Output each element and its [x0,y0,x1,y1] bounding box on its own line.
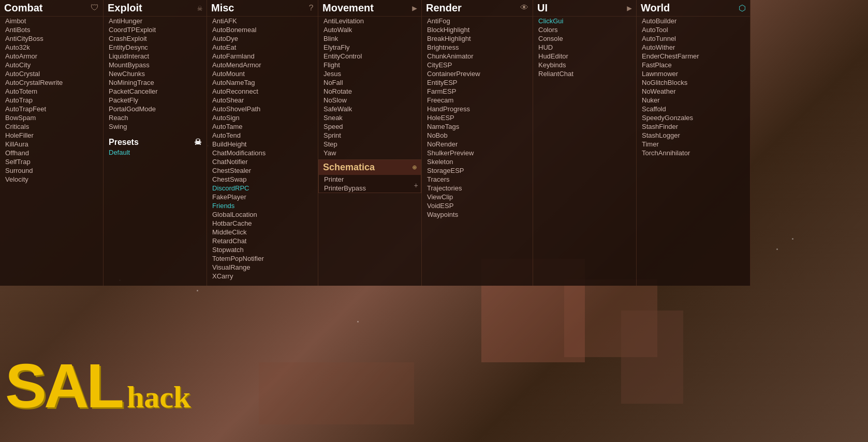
combat-item-selftrap[interactable]: SelfTrap [0,157,103,166]
misc-item-autodye[interactable]: AutoDye [207,34,318,43]
combat-item-criticals[interactable]: Criticals [0,122,103,131]
movement-item-sneak[interactable]: Sneak [318,113,421,122]
exploit-item-reach[interactable]: Reach [104,113,207,122]
render-item-antifog[interactable]: AntiFog [422,17,533,25]
combat-item-surround[interactable]: Surround [0,166,103,175]
render-item-nametags[interactable]: NameTags [422,122,533,131]
exploit-item-packetcanceller[interactable]: PacketCanceller [104,87,207,96]
misc-item-visualrange[interactable]: VisualRange [207,263,318,272]
misc-item-autonametag[interactable]: AutoNameTag [207,78,318,87]
exploit-item-mountbypass[interactable]: MountBypass [104,61,207,69]
render-item-norender[interactable]: NoRender [422,140,533,149]
misc-item-retardchat[interactable]: RetardChat [207,237,318,245]
ui-item-console[interactable]: Console [533,34,636,43]
ui-item-colors[interactable]: Colors [533,25,636,34]
render-item-holeesp[interactable]: HoleESP [422,113,533,122]
misc-item-buildheight[interactable]: BuildHeight [207,140,318,149]
render-item-blockhighlight[interactable]: BlockHighlight [422,25,533,34]
world-item-stashfinder[interactable]: StashFinder [637,122,750,131]
render-item-trajectories[interactable]: Trajectories [422,184,533,193]
misc-item-autosign[interactable]: AutoSign [207,113,318,122]
render-item-tracers[interactable]: Tracers [422,175,533,184]
misc-item-autoreconnect[interactable]: AutoReconnect [207,87,318,96]
exploit-item-newchunks[interactable]: NewChunks [104,69,207,78]
combat-item-velocity[interactable]: Velocity [0,175,103,184]
movement-item-entitycontrol[interactable]: EntityControl [318,52,421,61]
combat-item-autocrystal[interactable]: AutoCrystal [0,69,103,78]
misc-item-autoshovelpath[interactable]: AutoShovelPath [207,105,318,113]
misc-item-fakeplayer[interactable]: FakePlayer [207,193,318,201]
world-item-nuker[interactable]: Nuker [637,96,750,105]
combat-item-killaura[interactable]: KillAura [0,140,103,149]
render-item-skeleton[interactable]: Skeleton [422,157,533,166]
misc-item-autobonemeal[interactable]: AutoBonemeal [207,25,318,34]
misc-item-autotame[interactable]: AutoTame [207,122,318,131]
ui-item-keybinds[interactable]: Keybinds [533,61,636,69]
combat-item-anticityboss[interactable]: AntiCityBoss [0,34,103,43]
world-item-scaffold[interactable]: Scaffold [637,105,750,113]
misc-item-automendarmor[interactable]: AutoMendArmor [207,61,318,69]
world-item-autotool[interactable]: AutoTool [637,25,750,34]
render-item-containerpreview[interactable]: ContainerPreview [422,69,533,78]
movement-item-flight[interactable]: Flight [318,61,421,69]
presets-item-default[interactable]: Default [104,148,207,157]
movement-item-jesus[interactable]: Jesus [318,69,421,78]
world-item-autobuilder[interactable]: AutoBuilder [637,17,750,25]
ui-item-reliantchat[interactable]: ReliantChat [533,69,636,78]
movement-item-yaw[interactable]: Yaw [318,149,421,157]
exploit-item-portalgodmode[interactable]: PortalGodMode [104,105,207,113]
combat-item-holefiller[interactable]: HoleFiller [0,131,103,140]
render-item-chunkanimator[interactable]: ChunkAnimator [422,52,533,61]
combat-item-autototem[interactable]: AutoTotem [0,87,103,96]
misc-item-globallocation[interactable]: GlobalLocation [207,210,318,219]
render-item-waypoints[interactable]: Waypoints [422,210,533,219]
render-item-storageesp[interactable]: StorageESP [422,166,533,175]
world-item-torchannihilator[interactable]: TorchAnnihilator [637,149,750,157]
misc-item-autofarmland[interactable]: AutoFarmland [207,52,318,61]
misc-item-autoshear[interactable]: AutoShear [207,96,318,105]
render-item-handprogress[interactable]: HandProgress [422,105,533,113]
misc-item-chestswap[interactable]: ChestSwap [207,175,318,184]
render-item-freecam[interactable]: Freecam [422,96,533,105]
schematica-item-printer[interactable]: Printer [319,175,421,184]
combat-item-offhand[interactable]: Offhand [0,149,103,157]
render-item-voidesp[interactable]: VoidESP [422,201,533,210]
misc-item-antiafk[interactable]: AntiAFK [207,17,318,25]
exploit-item-antihunger[interactable]: AntiHunger [104,17,207,25]
exploit-item-nominingtrace[interactable]: NoMiningTrace [104,78,207,87]
misc-item-cheststealer[interactable]: ChestStealer [207,166,318,175]
ui-item-hudeditor[interactable]: HudEditor [533,52,636,61]
render-item-cityesp[interactable]: CityESP [422,61,533,69]
render-item-breakhighlight[interactable]: BreakHighlight [422,34,533,43]
combat-item-auto32k[interactable]: Auto32k [0,43,103,52]
ui-item-hud[interactable]: HUD [533,43,636,52]
combat-item-aimbot[interactable]: Aimbot [0,17,103,25]
world-item-timer[interactable]: Timer [637,140,750,149]
movement-item-antilevitation[interactable]: AntiLevitation [318,17,421,25]
misc-item-discordrpc[interactable]: DiscordRPC [207,184,318,193]
world-item-autotunnel[interactable]: AutoTunnel [637,34,750,43]
world-item-noweather[interactable]: NoWeather [637,87,750,96]
world-item-stashlogger[interactable]: StashLogger [637,131,750,140]
misc-item-xcarry[interactable]: XCarry [207,272,318,281]
combat-item-autocrystalrewrite[interactable]: AutoCrystalRewrite [0,78,103,87]
misc-item-autoeat[interactable]: AutoEat [207,43,318,52]
render-item-farmesp[interactable]: FarmESP [422,87,533,96]
exploit-item-liquidinteract[interactable]: LiquidInteract [104,52,207,61]
misc-item-autotend[interactable]: AutoTend [207,131,318,140]
movement-item-elytrafly[interactable]: ElytraFly [318,43,421,52]
combat-item-autocity[interactable]: AutoCity [0,61,103,69]
misc-item-middleclick[interactable]: MiddleClick [207,228,318,237]
misc-item-stopwatch[interactable]: Stopwatch [207,245,318,254]
misc-item-chatnotifier[interactable]: ChatNotifier [207,157,318,166]
movement-item-autowalk[interactable]: AutoWalk [318,25,421,34]
world-item-noglitchblocks[interactable]: NoGlitchBlocks [637,78,750,87]
combat-item-antibots[interactable]: AntiBots [0,25,103,34]
exploit-item-swing[interactable]: Swing [104,122,207,131]
exploit-item-entitydesync[interactable]: EntityDesync [104,43,207,52]
misc-item-totempopnotifier[interactable]: TotemPopNotifier [207,254,318,263]
movement-item-sprint[interactable]: Sprint [318,131,421,140]
combat-item-autoarmor[interactable]: AutoArmor [0,52,103,61]
world-item-speedygonzales[interactable]: SpeedyGonzales [637,113,750,122]
exploit-item-coordtp[interactable]: CoordTPExploit [104,25,207,34]
